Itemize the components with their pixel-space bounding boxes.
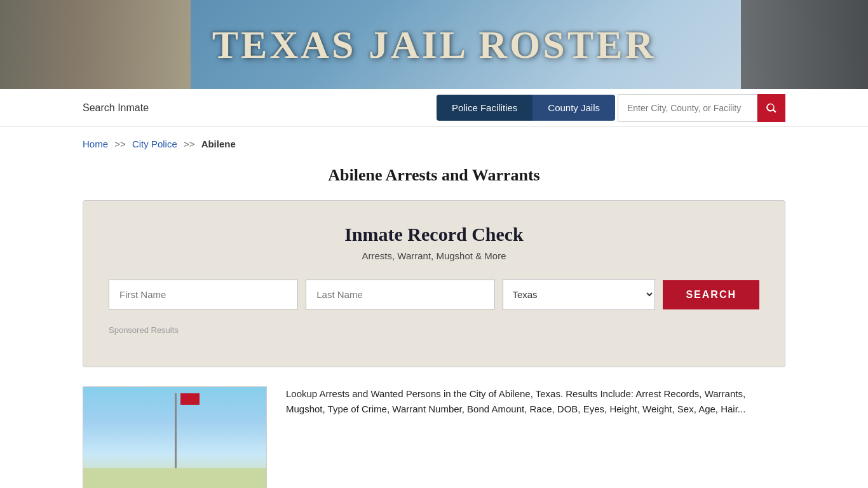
- record-check-title: Inmate Record Check: [109, 224, 759, 245]
- banner-left-bg: [0, 0, 191, 89]
- breadcrumb-sep2: >>: [184, 139, 195, 149]
- breadcrumb-current: Abilene: [201, 139, 236, 149]
- police-facilities-button[interactable]: Police Facilities: [437, 95, 532, 121]
- breadcrumb: Home >> City Police >> Abilene: [0, 127, 868, 156]
- facility-search-input[interactable]: [618, 94, 757, 122]
- record-check-subtitle: Arrests, Warrant, Mugshot & More: [109, 250, 759, 261]
- breadcrumb-city-police[interactable]: City Police: [132, 139, 177, 149]
- search-inmate-label: Search Inmate: [83, 102, 437, 114]
- bottom-section: Lookup Arrests and Wanted Persons in the…: [0, 386, 868, 488]
- banner-right-bg: [741, 0, 868, 89]
- flag: [180, 393, 200, 405]
- search-icon: [765, 102, 778, 114]
- page-title: Abilene Arrests and Warrants: [0, 166, 868, 185]
- banner-title: Texas Jail Roster: [212, 22, 656, 67]
- state-select[interactable]: AlabamaAlaskaArizonaArkansasCaliforniaCo…: [503, 279, 655, 310]
- last-name-input[interactable]: [306, 280, 495, 309]
- nav-buttons: Police Facilities County Jails: [437, 95, 615, 121]
- record-check-box: Inmate Record Check Arrests, Warrant, Mu…: [83, 200, 785, 367]
- first-name-input[interactable]: [109, 280, 298, 309]
- county-jails-button[interactable]: County Jails: [532, 95, 615, 121]
- breadcrumb-home[interactable]: Home: [83, 139, 108, 149]
- record-search-button[interactable]: SEARCH: [663, 280, 759, 309]
- facility-search-wrap: [618, 94, 785, 122]
- record-check-form: AlabamaAlaskaArizonaArkansasCaliforniaCo…: [109, 279, 759, 310]
- city-image: [83, 386, 267, 488]
- facility-search-button[interactable]: [757, 94, 785, 122]
- banner: Texas Jail Roster: [0, 0, 868, 89]
- breadcrumb-sep1: >>: [114, 139, 126, 149]
- page-title-section: Abilene Arrests and Warrants: [0, 156, 868, 200]
- sponsored-label: Sponsored Results: [109, 325, 759, 335]
- city-description: Lookup Arrests and Wanted Persons in the…: [286, 386, 785, 417]
- flag-pole: [175, 393, 177, 470]
- navbar: Search Inmate Police Facilities County J…: [0, 89, 868, 127]
- ground: [83, 468, 266, 488]
